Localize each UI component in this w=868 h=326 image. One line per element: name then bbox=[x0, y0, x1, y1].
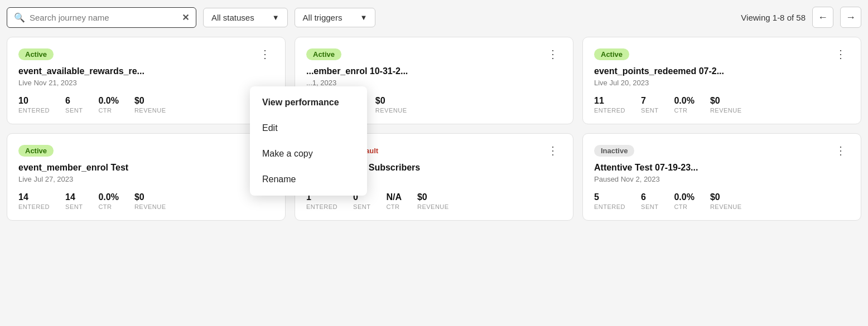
context-menu-item[interactable]: View performance bbox=[250, 90, 367, 115]
stat-item: N/A CTR bbox=[386, 192, 402, 210]
stat-label: ENTERED bbox=[18, 203, 50, 210]
clear-icon[interactable]: ✕ bbox=[182, 12, 189, 23]
stat-label: CTR bbox=[98, 203, 118, 210]
stat-item: 11 ENTERED bbox=[594, 96, 625, 114]
stat-item: 0.0% CTR bbox=[674, 192, 694, 210]
stat-item: $0 REVENUE bbox=[710, 192, 742, 210]
stat-item: $0 REVENUE bbox=[134, 96, 166, 114]
card-subtitle: Live Jul 27, 2023 bbox=[18, 175, 274, 183]
more-options-button[interactable]: ⋮ bbox=[832, 47, 850, 61]
card-subtitle: Live Nov 21, 2023 bbox=[18, 79, 274, 87]
pagination-info: Viewing 1-8 of 58 bbox=[741, 13, 806, 22]
stat-value: $0 bbox=[417, 192, 449, 202]
badge-row: Inactive bbox=[594, 145, 634, 157]
stat-value: $0 bbox=[375, 96, 407, 106]
journey-card: Active ⋮ event_points_redeemed 07-2... L… bbox=[582, 37, 861, 124]
stat-value: $0 bbox=[134, 192, 166, 202]
badge-row: Active bbox=[18, 145, 54, 157]
stat-label: SENT bbox=[641, 203, 658, 210]
badge-row: Active bbox=[594, 48, 629, 60]
stat-label: CTR bbox=[674, 107, 694, 114]
more-options-button[interactable]: ⋮ bbox=[832, 144, 850, 157]
stat-label: REVENUE bbox=[417, 203, 449, 210]
badge-row: Active bbox=[18, 48, 54, 60]
stat-item: 0.0% CTR bbox=[98, 96, 118, 114]
stat-value: 6 bbox=[641, 192, 658, 202]
stat-label: ENTERED bbox=[18, 107, 50, 114]
stat-value: 7 bbox=[641, 96, 658, 106]
search-input[interactable] bbox=[30, 13, 177, 22]
badge-row: Active bbox=[306, 48, 341, 60]
chevron-down-icon: ▼ bbox=[272, 13, 279, 22]
search-box: 🔍 ✕ bbox=[7, 7, 196, 28]
stat-value: 0.0% bbox=[674, 192, 694, 202]
stat-label: REVENUE bbox=[375, 107, 407, 114]
stats-row: 10 ENTERED 6 SENT 0.0% CTR $0 REVENUE bbox=[18, 96, 274, 114]
more-options-button[interactable]: ⋮ bbox=[544, 47, 562, 61]
top-bar: 🔍 ✕ All statuses ▼ All triggers ▼ Viewin… bbox=[7, 7, 861, 28]
context-menu-item[interactable]: Rename bbox=[250, 167, 367, 192]
stats-row: 11 ENTERED 7 SENT 0.0% CTR $0 REVENUE bbox=[594, 96, 850, 114]
card-header: Active ⋮ bbox=[18, 47, 274, 61]
stat-value: $0 bbox=[710, 192, 742, 202]
stat-label: SENT bbox=[65, 203, 83, 210]
next-page-button[interactable]: → bbox=[840, 7, 861, 28]
stats-row: 5 ENTERED 6 SENT 0.0% CTR $0 REVENUE bbox=[594, 192, 850, 210]
card-subtitle: ...1, 2023 bbox=[306, 79, 562, 87]
status-badge: Active bbox=[594, 48, 629, 60]
stat-label: ENTERED bbox=[594, 107, 625, 114]
stat-item: 10 ENTERED bbox=[18, 96, 50, 114]
card-subtitle: Paused Nov 2, 2023 bbox=[594, 175, 850, 183]
stat-value: N/A bbox=[386, 192, 402, 202]
status-badge: Active bbox=[18, 48, 54, 60]
status-badge: Active bbox=[306, 48, 341, 60]
context-menu-item[interactable]: Make a copy bbox=[250, 141, 367, 167]
stat-label: REVENUE bbox=[134, 203, 166, 210]
card-title: ...ember_enrol 10-31-2... bbox=[306, 66, 562, 76]
stat-value: $0 bbox=[134, 96, 166, 106]
chevron-down-icon: ▼ bbox=[360, 13, 367, 22]
prev-page-button[interactable]: ← bbox=[812, 7, 833, 28]
stat-label: SENT bbox=[65, 107, 83, 114]
more-options-button[interactable]: ⋮ bbox=[544, 144, 562, 157]
stat-value: 14 bbox=[18, 192, 50, 202]
stats-row: 14 ENTERED 14 SENT 0.0% CTR $0 REVENUE bbox=[18, 192, 274, 210]
stat-item: $0 REVENUE bbox=[710, 96, 742, 114]
context-menu-item[interactable]: Edit bbox=[250, 115, 367, 141]
stat-item: 7 SENT bbox=[641, 96, 658, 114]
stat-value: 0.0% bbox=[98, 192, 118, 202]
stat-label: REVENUE bbox=[134, 107, 166, 114]
stat-value: 14 bbox=[65, 192, 83, 202]
stat-label: ENTERED bbox=[306, 203, 337, 210]
stat-label: SENT bbox=[641, 107, 658, 114]
stat-value: 0.0% bbox=[98, 96, 118, 106]
more-options-button[interactable]: ⋮ bbox=[256, 47, 274, 61]
stat-label: REVENUE bbox=[710, 107, 742, 114]
card-title: event_member_enrol Test bbox=[18, 163, 274, 173]
status-badge: Active bbox=[18, 145, 54, 157]
triggers-dropdown[interactable]: All triggers ▼ bbox=[295, 8, 376, 27]
stat-item: 6 SENT bbox=[65, 96, 83, 114]
triggers-dropdown-label: All triggers bbox=[303, 13, 343, 22]
stat-item: 0.0% CTR bbox=[98, 192, 118, 210]
card-subtitle: Live Jul 20, 2023 bbox=[594, 79, 850, 87]
stat-item: 14 ENTERED bbox=[18, 192, 50, 210]
stat-label: ENTERED bbox=[594, 203, 625, 210]
status-badge: Inactive bbox=[594, 145, 634, 157]
stat-label: CTR bbox=[98, 107, 118, 114]
stat-label: SENT bbox=[353, 203, 370, 210]
stat-value: 10 bbox=[18, 96, 50, 106]
stat-value: 5 bbox=[594, 192, 625, 202]
status-dropdown[interactable]: All statuses ▼ bbox=[203, 8, 288, 27]
journey-card: Active ⋮ event_member_enrol Test Live Ju… bbox=[7, 133, 286, 221]
search-icon: 🔍 bbox=[14, 12, 25, 23]
card-header: Active ⋮ bbox=[594, 47, 850, 61]
journey-card: Inactive ⋮ Attentive Test 07-19-23... Pa… bbox=[582, 133, 861, 221]
stat-item: 5 ENTERED bbox=[594, 192, 625, 210]
cards-grid: Active ⋮ event_available_rewards_re... L… bbox=[7, 37, 861, 221]
stat-label: CTR bbox=[674, 203, 694, 210]
stat-label: CTR bbox=[386, 203, 402, 210]
stat-value: $0 bbox=[710, 96, 742, 106]
stat-item: 6 SENT bbox=[641, 192, 658, 210]
context-menu: View performanceEditMake a copyRename bbox=[250, 86, 367, 196]
